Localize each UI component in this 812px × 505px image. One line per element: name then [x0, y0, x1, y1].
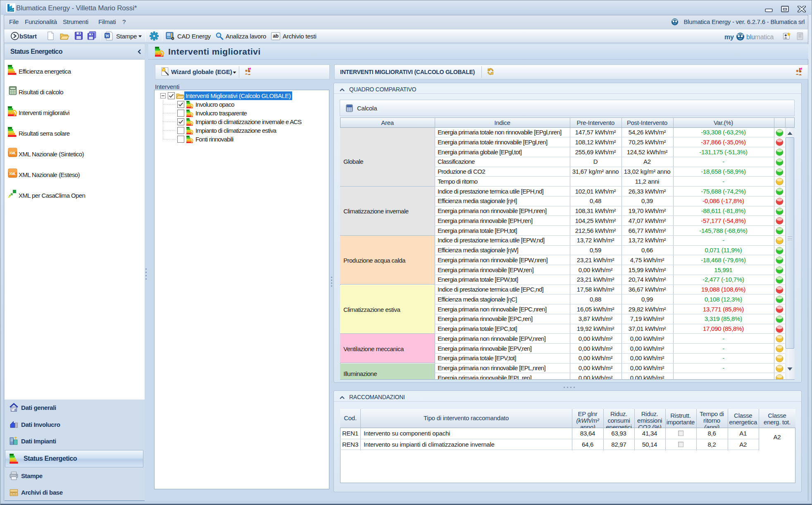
svg-text:XML: XML — [9, 151, 16, 155]
svg-text:W: W — [105, 34, 110, 38]
svg-text:XML: XML — [9, 172, 16, 176]
